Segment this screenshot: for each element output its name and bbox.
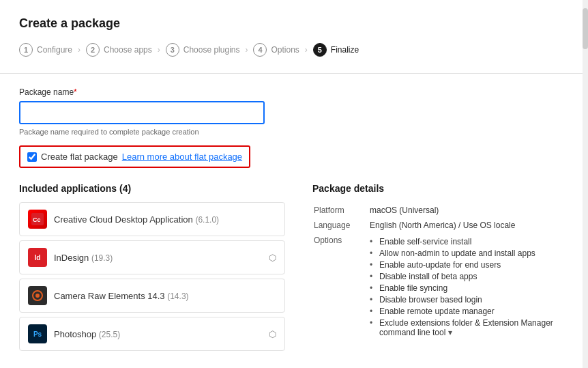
option-item: Enable remote update manager	[370, 305, 568, 317]
list-item: Camera Raw Elements 14.3 (14.3)	[19, 279, 285, 313]
step-circle-5: 5	[313, 43, 327, 57]
app-name: InDesign (19.3)	[54, 253, 262, 263]
page-title: Create a package	[19, 16, 569, 31]
camera-raw-icon	[31, 289, 44, 302]
step-arrow-1: ›	[78, 45, 80, 55]
step-circle-4: 4	[253, 43, 267, 57]
app-name: Photoshop (25.5)	[54, 329, 262, 339]
option-item: Disable browser based login	[370, 294, 568, 305]
step-circle-2: 2	[86, 43, 100, 57]
step-label-options: Options	[271, 45, 299, 55]
list-item: Ps Photoshop (25.5) ⬡	[19, 317, 285, 351]
details-table: Platform macOS (Universal) Language Engl…	[312, 202, 569, 341]
platform-value: macOS (Universal)	[370, 203, 568, 217]
step-finalize: 5 Finalize	[313, 43, 359, 57]
options-value: Enable self-service install Allow non-ad…	[370, 233, 568, 340]
scrollbar-thumb[interactable]	[583, 8, 588, 49]
language-row: Language English (North America) / Use O…	[314, 218, 568, 232]
create-package-modal: Create a package 1 Configure › 2 Choose …	[0, 0, 588, 368]
step-label-choose-plugins: Choose plugins	[183, 45, 240, 55]
option-item: Enable auto-update for end users	[370, 259, 568, 270]
apps-section-title: Included applications (4)	[19, 183, 285, 194]
package-name-hint: Package name required to complete packag…	[19, 128, 569, 136]
step-label-configure: Configure	[37, 45, 72, 55]
step-arrow-4: ›	[305, 45, 308, 55]
svg-point-3	[35, 294, 40, 298]
external-link-icon[interactable]: ⬡	[269, 253, 276, 263]
option-item: Allow non-admin to update and install ap…	[370, 247, 568, 259]
step-arrow-3: ›	[245, 45, 248, 55]
app-icon-cr	[28, 286, 47, 305]
header-divider	[0, 73, 588, 74]
content-row: Included applications (4) Cc Creative Cl…	[19, 183, 569, 355]
step-circle-1: 1	[19, 43, 33, 57]
stepper: 1 Configure › 2 Choose apps › 3 Choose p…	[19, 43, 569, 57]
app-icon-id: Id	[28, 248, 47, 267]
app-icon-cc: Cc	[28, 210, 47, 229]
step-choose-plugins: 3 Choose plugins	[166, 43, 240, 57]
step-arrow-2: ›	[158, 45, 160, 55]
step-label-finalize: Finalize	[331, 45, 359, 55]
cc-logo-icon: Cc	[31, 213, 44, 225]
option-item: Disable install of beta apps	[370, 270, 568, 282]
app-name: Creative Cloud Desktop Application (6.1.…	[54, 214, 276, 225]
option-item: Enable file syncing	[370, 282, 568, 294]
language-value: English (North America) / Use OS locale	[370, 218, 568, 232]
app-icon-ps: Ps	[28, 324, 47, 343]
external-link-icon[interactable]: ⬡	[269, 329, 276, 339]
options-list: Enable self-service install Allow non-ad…	[370, 236, 568, 338]
options-dropdown-arrow[interactable]: ▾	[448, 328, 452, 337]
flat-package-checkbox[interactable]	[27, 152, 37, 162]
platform-row: Platform macOS (Universal)	[314, 203, 568, 217]
package-name-input[interactable]	[19, 101, 265, 124]
list-item: Id InDesign (19.3) ⬡	[19, 240, 285, 274]
step-options: 4 Options	[253, 43, 299, 57]
flat-package-label: Create flat package	[41, 152, 118, 162]
options-label: Options	[314, 233, 368, 340]
step-circle-3: 3	[166, 43, 179, 57]
option-item: Exclude extensions folder & Extension Ma…	[370, 317, 568, 338]
list-item: Cc Creative Cloud Desktop Application (6…	[19, 202, 285, 236]
option-item: Enable self-service install	[370, 236, 568, 247]
svg-text:Cc: Cc	[33, 216, 41, 223]
details-section: Package details Platform macOS (Universa…	[312, 183, 569, 355]
options-row: Options Enable self-service install Allo…	[314, 233, 568, 340]
language-label: Language	[314, 218, 368, 232]
package-name-field: Package name* Package name required to c…	[19, 87, 569, 136]
app-name: Camera Raw Elements 14.3 (14.3)	[54, 291, 276, 301]
learn-more-flat-package-link[interactable]: Learn more about flat package	[122, 152, 242, 162]
scrollbar-track[interactable]	[583, 0, 588, 368]
platform-label: Platform	[314, 203, 368, 217]
flat-package-row: Create flat package Learn more about fla…	[19, 145, 250, 168]
details-section-title: Package details	[312, 183, 569, 194]
package-name-label: Package name*	[19, 87, 569, 97]
apps-section: Included applications (4) Cc Creative Cl…	[19, 183, 285, 355]
step-label-choose-apps: Choose apps	[104, 45, 152, 55]
step-configure: 1 Configure	[19, 43, 72, 57]
step-choose-apps: 2 Choose apps	[86, 43, 152, 57]
